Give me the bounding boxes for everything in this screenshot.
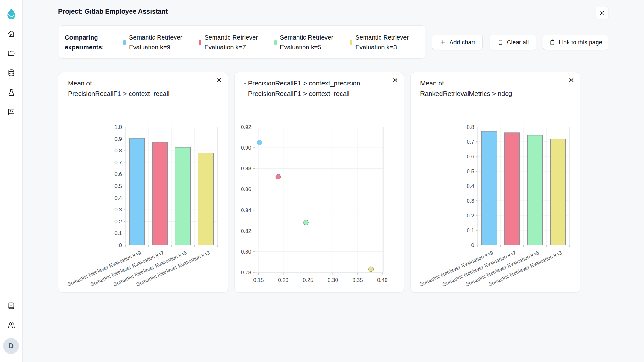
- comparing-experiments-label: Comparing experiments:: [65, 33, 117, 52]
- experiment-name: Semantic Retriever Evaluation k=7: [204, 33, 264, 52]
- scatter-point[interactable]: [276, 174, 281, 179]
- svg-text:0.80: 0.80: [241, 249, 251, 255]
- bar[interactable]: [482, 131, 497, 245]
- sidebar-item-experiments[interactable]: [5, 86, 18, 99]
- svg-text:0.1: 0.1: [467, 228, 474, 233]
- link-to-page-button[interactable]: Link to this page: [543, 35, 608, 50]
- svg-text:0.2: 0.2: [467, 213, 474, 219]
- sidebar-item-members[interactable]: [5, 319, 18, 332]
- experiment-color-dot: [123, 40, 126, 45]
- chart-card-context-recall: Mean of PrecisionRecallF1 > context_reca…: [58, 72, 228, 293]
- chart-card-precision-vs-recall: - PrecisionRecallF1 > context_precision …: [234, 72, 404, 293]
- scatter-chart[interactable]: 0.150.200.250.300.350.400.780.800.820.84…: [235, 119, 404, 293]
- svg-text:0.20: 0.20: [278, 277, 288, 283]
- svg-text:0.5: 0.5: [467, 168, 474, 174]
- user-avatar[interactable]: D: [3, 338, 19, 354]
- svg-text:0.30: 0.30: [328, 277, 338, 283]
- database-icon: [7, 69, 15, 77]
- app-logo[interactable]: [5, 8, 18, 20]
- svg-text:0.40: 0.40: [377, 277, 387, 283]
- chart-title-line: - PrecisionRecallF1 > context_recall: [244, 88, 360, 99]
- legend-experiment: Semantic Retriever Evaluation k=5: [274, 33, 340, 52]
- svg-text:0.6: 0.6: [467, 154, 474, 160]
- svg-text:0.82: 0.82: [241, 228, 251, 234]
- sidebar: D: [0, 0, 23, 362]
- legend-experiment: Semantic Retriever Evaluation k=7: [199, 33, 264, 52]
- bar[interactable]: [175, 147, 191, 245]
- clear-all-label: Clear all: [507, 39, 529, 46]
- svg-text:0.35: 0.35: [353, 277, 363, 283]
- clear-all-button[interactable]: Clear all: [490, 35, 536, 50]
- chart-title-line: RankedRetrievalMetrics > ndcg: [420, 88, 512, 99]
- add-chart-button[interactable]: Add chart: [432, 35, 483, 50]
- chart-card-ndcg: Mean of RankedRetrievalMetrics > ndcg × …: [410, 72, 580, 293]
- sidebar-item-playground[interactable]: [5, 106, 18, 118]
- add-chart-label: Add chart: [449, 39, 475, 46]
- svg-text:0.25: 0.25: [303, 277, 313, 283]
- chat-code-icon: [7, 108, 15, 116]
- svg-text:0.3: 0.3: [114, 207, 122, 213]
- close-chart-button[interactable]: ×: [214, 75, 225, 85]
- legend-experiment: Semantic Retriever Evaluation k=3: [350, 33, 415, 52]
- trash-icon: [497, 39, 504, 46]
- chart-title: Mean of PrecisionRecallF1 > context_reca…: [68, 78, 169, 99]
- bar[interactable]: [551, 139, 566, 245]
- chart-title-line: PrecisionRecallF1 > context_recall: [68, 88, 169, 99]
- theme-toggle-button[interactable]: [596, 7, 609, 19]
- svg-text:0.92: 0.92: [241, 124, 251, 130]
- chart-title-line: - PrecisionRecallF1 > context_precision: [244, 78, 360, 88]
- svg-text:0.3: 0.3: [467, 198, 474, 204]
- svg-text:0.86: 0.86: [241, 186, 251, 192]
- sidebar-item-projects[interactable]: [5, 47, 18, 60]
- bar[interactable]: [153, 142, 168, 245]
- svg-text:0.9: 0.9: [114, 136, 122, 142]
- svg-text:1.0: 1.0: [114, 124, 122, 130]
- svg-text:0: 0: [471, 242, 474, 248]
- experiment-name: Semantic Retriever Evaluation k=5: [280, 33, 340, 52]
- chart-title: Mean of RankedRetrievalMetrics > ndcg: [420, 78, 512, 99]
- svg-text:0.7: 0.7: [467, 139, 474, 145]
- bar-chart[interactable]: 00.10.20.30.40.50.60.70.80.91.0Semantic …: [58, 119, 228, 293]
- bar-chart[interactable]: 00.10.20.30.40.50.60.70.8Semantic Retrie…: [411, 119, 580, 293]
- comparing-experiments-panel: Comparing experiments: Semantic Retrieve…: [59, 25, 425, 59]
- sun-icon: [599, 9, 606, 16]
- scatter-point[interactable]: [369, 267, 374, 272]
- close-chart-button[interactable]: ×: [390, 75, 401, 85]
- chart-title: - PrecisionRecallF1 > context_precision …: [244, 78, 360, 99]
- svg-text:0.8: 0.8: [467, 124, 474, 130]
- chart-title-line: Mean of: [420, 78, 512, 88]
- svg-text:0.7: 0.7: [114, 160, 122, 166]
- sidebar-item-home[interactable]: [5, 28, 18, 40]
- page-title: Project: Gitlab Employee Assistant: [58, 8, 168, 15]
- svg-text:0.84: 0.84: [241, 207, 251, 213]
- experiment-name: Semantic Retriever Evaluation k=3: [355, 33, 415, 52]
- svg-text:0.78: 0.78: [241, 270, 251, 276]
- svg-text:0: 0: [119, 242, 122, 248]
- bar[interactable]: [130, 138, 145, 245]
- svg-text:0.5: 0.5: [114, 183, 122, 189]
- close-chart-button[interactable]: ×: [566, 75, 577, 85]
- svg-text:0.15: 0.15: [253, 277, 264, 283]
- clipboard-icon: [549, 39, 556, 46]
- sidebar-item-datasets[interactable]: [5, 67, 18, 79]
- book-icon: [7, 302, 15, 310]
- svg-text:0.90: 0.90: [241, 145, 251, 151]
- svg-text:0.4: 0.4: [114, 195, 122, 201]
- link-to-page-label: Link to this page: [559, 39, 602, 46]
- scatter-point[interactable]: [303, 220, 308, 225]
- experiment-color-dot: [274, 40, 277, 45]
- users-icon: [7, 321, 15, 329]
- bar[interactable]: [528, 135, 543, 245]
- svg-text:0.88: 0.88: [241, 166, 251, 172]
- experiment-name: Semantic Retriever Evaluation k=9: [129, 33, 189, 52]
- home-icon: [7, 30, 15, 38]
- scatter-point[interactable]: [257, 140, 262, 145]
- flask-icon: [7, 88, 15, 96]
- svg-text:0.2: 0.2: [114, 219, 122, 225]
- bar[interactable]: [198, 153, 214, 245]
- svg-text:0.8: 0.8: [114, 148, 122, 154]
- bar[interactable]: [505, 133, 520, 245]
- chart-title-line: Mean of: [68, 78, 169, 88]
- experiment-color-dot: [199, 40, 201, 45]
- sidebar-item-documentation[interactable]: [5, 299, 18, 312]
